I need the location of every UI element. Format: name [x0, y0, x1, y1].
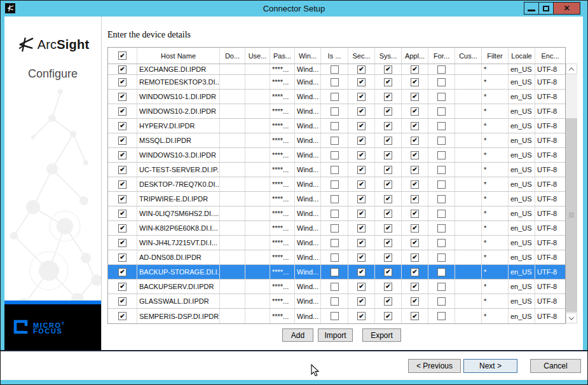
checkbox-checked[interactable]: ✔: [411, 65, 419, 74]
cell-system[interactable]: ✔: [375, 148, 402, 162]
cell-application[interactable]: ✔: [402, 221, 428, 235]
cell-forwarder[interactable]: [428, 177, 455, 191]
column-header[interactable]: Appl...: [402, 48, 428, 64]
cell-checked[interactable]: ✔: [108, 133, 137, 147]
cell-security[interactable]: ✔: [348, 119, 375, 133]
cell-system[interactable]: ✔: [375, 177, 402, 191]
cell-forwarder[interactable]: [428, 148, 455, 162]
cell-application[interactable]: ✔: [402, 177, 428, 191]
checkbox-checked[interactable]: ✔: [357, 93, 366, 101]
checkbox-checked[interactable]: ✔: [118, 137, 126, 145]
checkbox-checked[interactable]: ✔: [118, 283, 126, 291]
cell-forwarder[interactable]: [428, 294, 455, 308]
table-row[interactable]: ✔AD-DNS08.DI.IPDR****...Wind...✔✔✔*en_US…: [108, 250, 565, 265]
vertical-scrollbar[interactable]: [566, 64, 577, 323]
table-row[interactable]: ✔DESKTOP-7REQ7K0.DI....****...Wind...✔✔✔…: [108, 177, 565, 192]
cell-is_file[interactable]: [321, 104, 348, 118]
checkbox-unchecked[interactable]: [437, 268, 446, 276]
cell-checked[interactable]: ✔: [108, 221, 137, 235]
checkbox-checked[interactable]: ✔: [118, 93, 126, 101]
checkbox-checked[interactable]: ✔: [411, 137, 419, 145]
cell-checked[interactable]: ✔: [108, 294, 137, 308]
cell-forwarder[interactable]: [428, 280, 455, 294]
checkbox-checked[interactable]: ✔: [357, 283, 366, 291]
checkbox-checked[interactable]: ✔: [357, 253, 366, 262]
import-button[interactable]: Import: [318, 328, 353, 342]
cell-forwarder[interactable]: [428, 75, 455, 89]
checkbox-unchecked[interactable]: [437, 137, 446, 145]
checkbox-checked[interactable]: ✔: [384, 312, 392, 320]
checkbox-checked[interactable]: ✔: [118, 297, 126, 306]
checkbox-unchecked[interactable]: [331, 239, 339, 247]
cell-system[interactable]: ✔: [375, 104, 402, 118]
checkbox-unchecked[interactable]: [437, 180, 446, 189]
checkbox-unchecked[interactable]: [437, 224, 446, 233]
column-header[interactable]: Do...: [220, 48, 245, 64]
cell-security[interactable]: ✔: [348, 309, 375, 323]
cell-forwarder[interactable]: [428, 250, 455, 264]
cell-checked[interactable]: ✔: [108, 192, 137, 206]
checkbox-unchecked[interactable]: [437, 151, 446, 159]
checkbox-checked[interactable]: ✔: [384, 122, 392, 130]
cell-security[interactable]: ✔: [348, 236, 375, 250]
cell-security[interactable]: ✔: [348, 265, 375, 279]
cell-forwarder[interactable]: [428, 265, 455, 279]
checkbox-checked[interactable]: ✔: [118, 122, 126, 130]
add-button[interactable]: Add: [282, 328, 313, 342]
checkbox-checked[interactable]: ✔: [384, 210, 392, 218]
checkbox-unchecked[interactable]: [331, 312, 339, 320]
cell-is_file[interactable]: [321, 236, 348, 250]
checkbox-unchecked[interactable]: [331, 224, 339, 233]
cell-forwarder[interactable]: [428, 104, 455, 118]
table-row[interactable]: ✔REMOTEDESKTOP3.DI....****...Wind...✔✔✔*…: [108, 75, 565, 90]
titlebar[interactable]: Connector Setup ✕: [1, 1, 587, 17]
cell-forwarder[interactable]: [428, 236, 455, 250]
table-row[interactable]: ✔WINDOWS10-1.DI.IPDR****...Wind...✔✔✔*en…: [108, 90, 565, 104]
cell-checked[interactable]: ✔: [108, 280, 137, 294]
cell-application[interactable]: ✔: [402, 104, 428, 118]
cell-application[interactable]: ✔: [402, 192, 428, 206]
cell-is_file[interactable]: [321, 163, 348, 177]
checkbox-checked[interactable]: ✔: [357, 268, 366, 276]
checkbox-checked[interactable]: ✔: [118, 78, 126, 86]
checkbox-checked[interactable]: ✔: [118, 224, 126, 233]
checkbox-unchecked[interactable]: [331, 195, 339, 203]
checkbox-unchecked[interactable]: [437, 210, 446, 218]
column-header[interactable]: Is ...: [321, 48, 348, 64]
checkbox-checked[interactable]: ✔: [411, 268, 419, 276]
checkbox-unchecked[interactable]: [437, 122, 446, 130]
checkbox-checked[interactable]: ✔: [411, 297, 419, 306]
column-header[interactable]: For...: [428, 48, 455, 64]
checkbox-checked[interactable]: ✔: [411, 122, 419, 130]
checkbox-checked[interactable]: ✔: [384, 151, 392, 159]
cell-checked[interactable]: ✔: [108, 236, 137, 250]
cell-security[interactable]: ✔: [348, 133, 375, 147]
cell-is_file[interactable]: [321, 192, 348, 206]
checkbox-unchecked[interactable]: [331, 166, 339, 174]
checkbox-checked[interactable]: ✔: [384, 297, 392, 306]
checkbox-checked[interactable]: ✔: [357, 78, 366, 86]
checkbox-checked[interactable]: ✔: [411, 283, 419, 291]
scrollbar-thumb[interactable]: [566, 118, 577, 312]
cell-application[interactable]: ✔: [402, 64, 428, 74]
previous-button[interactable]: < Previous: [408, 359, 461, 373]
cell-security[interactable]: ✔: [348, 192, 375, 206]
cell-security[interactable]: ✔: [348, 148, 375, 162]
next-button[interactable]: Next >: [463, 359, 517, 373]
cancel-button[interactable]: Cancel: [530, 359, 581, 373]
checkbox-unchecked[interactable]: [331, 210, 339, 218]
cell-system[interactable]: ✔: [375, 133, 402, 147]
checkbox-checked[interactable]: ✔: [384, 239, 392, 247]
cell-system[interactable]: ✔: [375, 236, 402, 250]
cell-forwarder[interactable]: [428, 163, 455, 177]
cell-is_file[interactable]: [321, 280, 348, 294]
table-row[interactable]: ✔WIN-K8I2P6E60K8.DI.I...****...Wind...✔✔…: [108, 221, 565, 236]
checkbox-checked[interactable]: ✔: [411, 166, 419, 174]
maximize-button[interactable]: [538, 2, 554, 15]
cell-application[interactable]: ✔: [402, 148, 428, 162]
scroll-up-button[interactable]: [566, 64, 577, 74]
checkbox-unchecked[interactable]: [437, 239, 446, 247]
cell-application[interactable]: ✔: [402, 90, 428, 104]
table-row[interactable]: ✔UC-TEST-SERVER.DI.IP...****...Wind...✔✔…: [108, 163, 565, 177]
cell-forwarder[interactable]: [428, 221, 455, 235]
